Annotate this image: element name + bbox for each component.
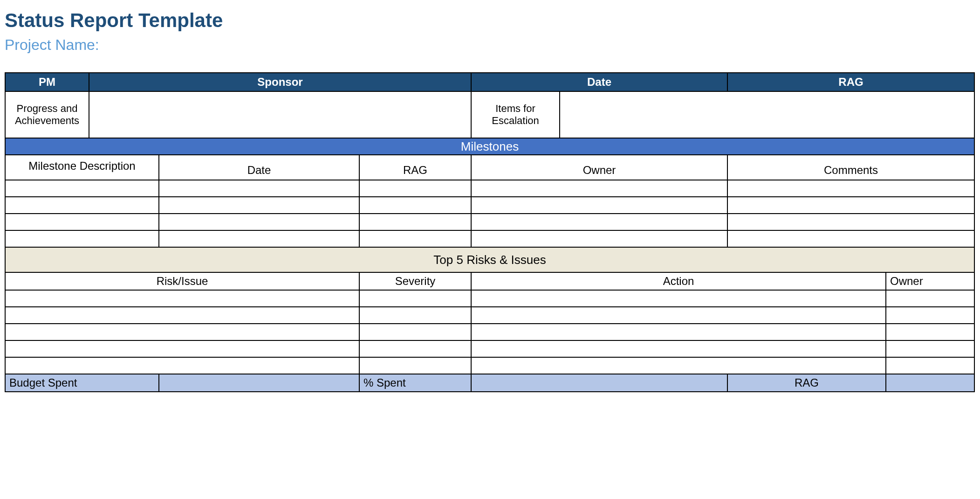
risk-action-cell[interactable]	[471, 357, 886, 374]
risk-owner-cell[interactable]	[886, 307, 974, 324]
milestone-date-cell[interactable]	[159, 230, 359, 247]
risk-row	[5, 290, 974, 307]
milestone-owner-cell[interactable]	[471, 197, 727, 214]
progress-label: Progress and Achievements	[5, 91, 89, 138]
milestone-desc-cell[interactable]	[5, 197, 159, 214]
milestone-owner-cell[interactable]	[471, 230, 727, 247]
risk-severity-cell[interactable]	[359, 324, 471, 340]
status-report-table: PM Sponsor Date RAG Progress and Achieve…	[5, 72, 975, 392]
milestone-row	[5, 197, 974, 214]
milestone-col-rag: RAG	[359, 155, 471, 180]
milestone-row	[5, 214, 974, 230]
risk-row	[5, 357, 974, 374]
risk-col-risk: Risk/Issue	[5, 272, 359, 290]
risks-title: Top 5 Risks & Issues	[5, 247, 974, 272]
risk-row	[5, 340, 974, 357]
risk-cell[interactable]	[5, 290, 359, 307]
budget-row: Budget Spent % Spent RAG	[5, 374, 974, 392]
budget-spent-cell[interactable]	[159, 374, 359, 392]
risk-action-cell[interactable]	[471, 290, 886, 307]
milestone-col-comments: Comments	[727, 155, 974, 180]
hdr-rag: RAG	[727, 73, 974, 91]
milestone-desc-cell[interactable]	[5, 230, 159, 247]
budget-pct-label: % Spent	[359, 374, 471, 392]
milestone-row	[5, 180, 974, 197]
milestone-rag-cell[interactable]	[359, 230, 471, 247]
risk-owner-cell[interactable]	[886, 290, 974, 307]
risk-action-cell[interactable]	[471, 340, 886, 357]
milestone-rag-cell[interactable]	[359, 180, 471, 197]
milestone-rag-cell[interactable]	[359, 214, 471, 230]
milestone-owner-cell[interactable]	[471, 180, 727, 197]
risks-bar: Top 5 Risks & Issues	[5, 247, 974, 272]
risk-severity-cell[interactable]	[359, 357, 471, 374]
budget-rag-label: RAG	[727, 374, 886, 392]
milestone-col-date: Date	[159, 155, 359, 180]
risk-col-severity: Severity	[359, 272, 471, 290]
risk-row	[5, 324, 974, 340]
milestone-owner-cell[interactable]	[471, 214, 727, 230]
progress-escalation-row: Progress and Achievements Items for Esca…	[5, 91, 974, 138]
risks-cols: Risk/Issue Severity Action Owner	[5, 272, 974, 290]
milestone-comments-cell[interactable]	[727, 197, 974, 214]
top-header-row: PM Sponsor Date RAG	[5, 73, 974, 91]
risk-cell[interactable]	[5, 357, 359, 374]
escalation-cell[interactable]	[560, 91, 974, 138]
milestone-comments-cell[interactable]	[727, 180, 974, 197]
risk-cell[interactable]	[5, 340, 359, 357]
risk-severity-cell[interactable]	[359, 340, 471, 357]
budget-spent-label: Budget Spent	[5, 374, 159, 392]
risk-severity-cell[interactable]	[359, 307, 471, 324]
page-title: Status Report Template	[5, 9, 975, 32]
escalation-label: Items for Escalation	[471, 91, 560, 138]
milestone-comments-cell[interactable]	[727, 230, 974, 247]
risk-cell[interactable]	[5, 324, 359, 340]
risk-severity-cell[interactable]	[359, 290, 471, 307]
budget-rag-cell[interactable]	[886, 374, 974, 392]
milestone-col-owner: Owner	[471, 155, 727, 180]
budget-pct-cell[interactable]	[471, 374, 727, 392]
risk-owner-cell[interactable]	[886, 324, 974, 340]
risk-cell[interactable]	[5, 307, 359, 324]
risk-action-cell[interactable]	[471, 307, 886, 324]
progress-cell[interactable]	[89, 91, 471, 138]
risk-row	[5, 307, 974, 324]
milestones-title: Milestones	[5, 138, 974, 155]
hdr-pm: PM	[5, 73, 89, 91]
project-name-label: Project Name:	[5, 36, 975, 54]
milestone-desc-cell[interactable]	[5, 214, 159, 230]
milestone-rag-cell[interactable]	[359, 197, 471, 214]
risk-owner-cell[interactable]	[886, 340, 974, 357]
risk-action-cell[interactable]	[471, 324, 886, 340]
milestones-bar: Milestones	[5, 138, 974, 155]
milestone-row	[5, 230, 974, 247]
milestone-date-cell[interactable]	[159, 180, 359, 197]
risk-col-owner: Owner	[886, 272, 974, 290]
milestone-col-desc: Milestone Description	[5, 155, 159, 180]
hdr-date: Date	[471, 73, 727, 91]
hdr-sponsor: Sponsor	[89, 73, 471, 91]
milestone-date-cell[interactable]	[159, 214, 359, 230]
milestone-desc-cell[interactable]	[5, 180, 159, 197]
milestone-date-cell[interactable]	[159, 197, 359, 214]
risk-owner-cell[interactable]	[886, 357, 974, 374]
milestones-cols: Milestone Description Date RAG Owner Com…	[5, 155, 974, 180]
milestone-comments-cell[interactable]	[727, 214, 974, 230]
risk-col-action: Action	[471, 272, 886, 290]
